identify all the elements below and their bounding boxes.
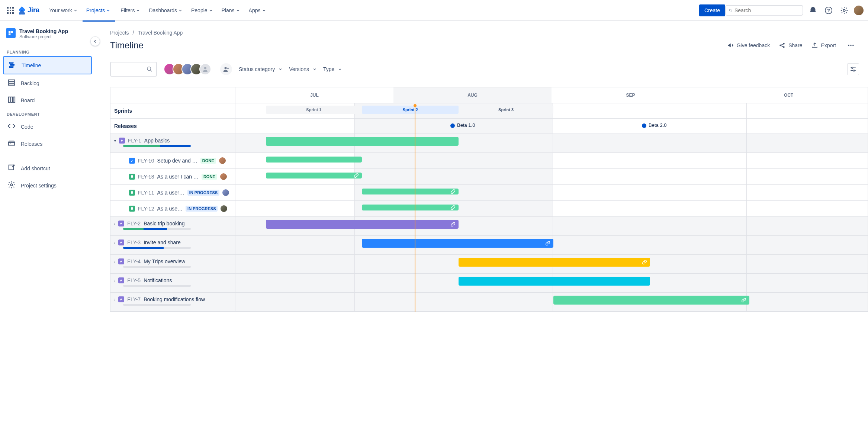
issue-title[interactable]: Basic trip booking	[144, 221, 185, 226]
issue-title[interactable]: Setup dev and …	[157, 158, 197, 164]
project-header[interactable]: Travel Booking App Software project	[3, 28, 92, 47]
nav-dashboards[interactable]: Dashboards	[145, 5, 186, 16]
issue-key[interactable]: FLY-11	[138, 190, 154, 196]
issue-bar[interactable]	[362, 189, 459, 194]
epic-icon	[118, 277, 124, 283]
issue-key[interactable]: FLY-12	[138, 206, 154, 212]
current-month-shade	[354, 169, 553, 184]
nav-plans[interactable]: Plans	[218, 5, 244, 16]
type-filter[interactable]: Type	[323, 66, 342, 72]
issue-title[interactable]: As a user…	[157, 190, 184, 196]
expand-toggle[interactable]: ›	[114, 298, 115, 302]
issue-key[interactable]: FLY-2	[127, 221, 141, 226]
issue-title[interactable]: As a user I can …	[157, 174, 199, 180]
chevron-down-icon	[74, 9, 77, 12]
release-dot-icon	[642, 123, 646, 128]
breadcrumb-project[interactable]: Travel Booking App	[138, 30, 183, 36]
sidebar-item-timeline[interactable]: Timeline	[3, 56, 92, 74]
breadcrumb-projects[interactable]: Projects	[110, 30, 129, 36]
release-marker[interactable]: Beta 2.0	[642, 122, 666, 128]
nav-people[interactable]: People	[187, 5, 216, 16]
issue-key[interactable]: FLY-4	[127, 258, 141, 264]
expand-toggle[interactable]: ›	[114, 279, 115, 283]
svg-rect-23	[9, 165, 14, 170]
nav-filters[interactable]: Filters	[117, 5, 144, 16]
sidebar-item-backlog[interactable]: Backlog	[3, 75, 92, 91]
nav-your-work[interactable]: Your work	[45, 5, 81, 16]
settings-icon[interactable]	[838, 4, 850, 16]
expand-toggle[interactable]: ›	[114, 241, 115, 245]
issue-key[interactable]: FLY-1	[128, 138, 141, 144]
issue-title[interactable]: Invite and share	[144, 239, 181, 245]
assignee-avatar[interactable]	[220, 173, 227, 180]
svg-rect-2	[12, 7, 14, 9]
issue-key[interactable]: FLY-3	[127, 239, 141, 245]
epic-bar[interactable]	[266, 137, 459, 146]
epic-bar[interactable]	[459, 277, 650, 286]
sidebar-item-project-settings[interactable]: Project settings	[3, 177, 92, 194]
issue-title[interactable]: Notifications	[144, 277, 172, 283]
sidebar-section-planning: PLANNING	[3, 47, 92, 56]
search-icon	[729, 7, 732, 13]
view-settings-button[interactable]	[847, 63, 859, 75]
more-actions-button[interactable]	[845, 39, 857, 51]
user-avatar[interactable]	[854, 6, 864, 15]
issue-key[interactable]: FLY-13	[138, 174, 154, 180]
child-issue-row: FLY-13 As a user I can … DONE	[110, 169, 868, 185]
notifications-icon[interactable]	[807, 4, 819, 16]
sprint-pill[interactable]: Sprint 1	[266, 106, 362, 114]
link-icon	[354, 173, 359, 178]
avatar-stack[interactable]	[164, 63, 211, 75]
sprint-pill[interactable]: Sprint 2	[362, 106, 459, 114]
sidebar-collapse-button[interactable]	[90, 36, 100, 46]
help-icon[interactable]: ?	[823, 4, 835, 16]
unassigned-avatar[interactable]	[199, 63, 211, 75]
share-button[interactable]: Share	[779, 42, 802, 49]
nav-projects[interactable]: Projects	[83, 5, 116, 16]
create-button[interactable]: Create	[699, 4, 725, 16]
add-person-button[interactable]	[220, 63, 232, 75]
assignee-avatar[interactable]	[222, 189, 229, 196]
expand-toggle[interactable]: ›	[114, 260, 115, 264]
epic-progress	[123, 304, 191, 306]
assignee-avatar[interactable]	[219, 157, 226, 164]
issue-key[interactable]: FLY-7	[127, 296, 141, 302]
issue-bar[interactable]	[266, 173, 362, 179]
export-button[interactable]: Export	[811, 42, 836, 49]
release-marker[interactable]: Beta 1.0	[450, 122, 475, 128]
svg-rect-3	[7, 10, 9, 11]
issue-title[interactable]: My Trips overview	[144, 258, 185, 264]
epic-bar[interactable]	[553, 296, 749, 305]
issue-title[interactable]: App basics	[144, 138, 170, 144]
jira-logo[interactable]: Jira	[18, 6, 39, 15]
sidebar-item-code[interactable]: Code	[3, 118, 92, 135]
nav-apps[interactable]: Apps	[245, 5, 270, 16]
issue-title[interactable]: Booking modifications flow	[144, 296, 205, 302]
expand-toggle[interactable]: ▾	[114, 139, 116, 143]
app-switcher-icon[interactable]	[4, 4, 16, 16]
timeline-search[interactable]	[110, 62, 157, 77]
epic-bar[interactable]	[362, 239, 553, 248]
issue-bar[interactable]	[362, 205, 459, 210]
issue-key[interactable]: FLY-10	[138, 158, 154, 164]
story-icon	[129, 206, 135, 212]
epic-bar[interactable]	[266, 220, 459, 229]
sidebar-item-add-shortcut[interactable]: Add shortcut	[3, 160, 92, 177]
add-shortcut-icon	[7, 164, 16, 173]
sidebar-item-releases[interactable]: Releases	[3, 135, 92, 152]
expand-toggle[interactable]: ›	[114, 222, 115, 226]
sidebar-item-board[interactable]: Board	[3, 92, 92, 109]
epic-bar[interactable]	[459, 258, 650, 267]
assignee-avatar[interactable]	[221, 205, 227, 212]
give-feedback-button[interactable]: Give feedback	[727, 42, 770, 49]
issue-bar[interactable]	[266, 157, 362, 163]
versions-filter[interactable]: Versions	[289, 66, 316, 72]
svg-rect-1	[10, 7, 11, 9]
global-search-input[interactable]	[734, 7, 800, 13]
status-category-filter[interactable]: Status category	[239, 66, 282, 72]
issue-title[interactable]: As a use…	[157, 206, 183, 212]
sprint-pill[interactable]: Sprint 3	[459, 106, 553, 114]
link-icon	[642, 260, 647, 265]
global-search[interactable]	[725, 5, 803, 16]
issue-key[interactable]: FLY-5	[127, 277, 141, 283]
